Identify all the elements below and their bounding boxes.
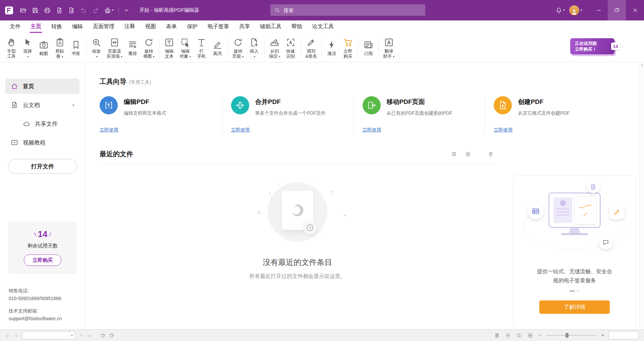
tool-edit-text[interactable]: 编辑 文本 [161, 35, 177, 60]
close-button[interactable] [626, 0, 644, 20]
create-pdf-icon[interactable] [54, 5, 65, 16]
next-page-button[interactable] [76, 331, 85, 339]
tool-typewriter[interactable]: 打 字机 [194, 35, 210, 60]
zoom-level-input[interactable] [609, 333, 638, 338]
tool-edit-object[interactable]: 编辑 对象 [177, 35, 194, 60]
menu-tab-file[interactable]: 文件 [5, 20, 25, 33]
support-email-link[interactable]: support@foxitsoftware.cn [9, 315, 62, 323]
tool-reflow[interactable]: 重排 [125, 37, 141, 58]
tool-buy-now[interactable]: 立即 购买 [340, 35, 356, 60]
chevron-down-icon[interactable] [72, 103, 74, 107]
menu-tab-share[interactable]: 共享 [234, 20, 255, 33]
tool-insert[interactable]: 插入 [246, 35, 262, 60]
tool-select[interactable]: 选择 [19, 35, 36, 60]
trial-period-banner[interactable]: 正在试用期 立即购买！ 14 [570, 38, 614, 54]
account-button[interactable] [567, 3, 584, 17]
tool-page-fit[interactable]: 页面适 应选项 [104, 35, 125, 60]
use-now-link[interactable]: 立即使用 [231, 127, 250, 133]
tool-fill-sign[interactable]: 填写 &签名 [303, 35, 320, 60]
export-pdf-icon[interactable] [66, 5, 77, 16]
menu-tab-convert[interactable]: 转换 [46, 20, 67, 33]
tool-rotate-page[interactable]: 旋转 页面 [230, 35, 246, 60]
carousel-dots[interactable] [523, 290, 626, 292]
menu-tab-comment[interactable]: 注释 [119, 20, 140, 33]
facing-continuous-view-button[interactable] [526, 331, 535, 339]
carousel-dot[interactable] [577, 290, 580, 292]
menu-tab-protect[interactable]: 保护 [182, 20, 203, 33]
print-icon[interactable] [42, 5, 53, 16]
tool-clipboard[interactable]: 剪贴 板 [52, 35, 68, 60]
zoom-out-button[interactable] [537, 332, 544, 339]
use-now-link[interactable]: 立即使用 [363, 127, 381, 133]
facing-view-button[interactable] [515, 331, 524, 339]
foxit-logo-icon[interactable] [4, 5, 14, 15]
search-bar[interactable] [270, 4, 425, 16]
scroll-up-arrow-icon[interactable] [640, 63, 644, 66]
continuous-view-button[interactable] [504, 331, 513, 339]
sign-stamp-icon[interactable] [102, 5, 116, 16]
sidebar-item-video-tutorials[interactable]: 视频教程 [5, 135, 79, 150]
customize-quick-toolbar-icon[interactable] [121, 5, 132, 16]
tool-highlight[interactable]: 高亮 [210, 37, 226, 58]
card-header: 编辑PDF 编辑文档和文本格式 [100, 96, 214, 116]
menu-tab-esign[interactable]: 电子签章 [203, 20, 234, 33]
restore-button[interactable] [608, 0, 626, 20]
grid-view-button[interactable] [463, 149, 473, 159]
snapshot-pages-icon[interactable] [99, 331, 107, 339]
menu-tab-label: 表单 [166, 23, 177, 30]
menu-tab-home[interactable]: 主页 [25, 20, 46, 33]
edit-pdf-icon [100, 96, 118, 114]
zoom-slider-track[interactable] [546, 335, 597, 336]
tool-quick-ocr[interactable]: 快速 识别 [283, 35, 299, 60]
use-now-link[interactable]: 立即使用 [100, 127, 118, 133]
tool-zoom[interactable]: 缩放 [88, 35, 104, 60]
tool-hand[interactable]: 手型 工具 [3, 35, 19, 60]
last-page-button[interactable] [85, 331, 94, 339]
vertical-scrollbar[interactable] [639, 62, 644, 329]
menu-tab-paper-tools[interactable]: 论文工具 [307, 20, 339, 33]
learn-more-button[interactable]: 了解详情 [539, 300, 610, 314]
tool-subscribe[interactable]: 订阅 [360, 37, 376, 58]
tool-activate[interactable]: 激活 [324, 37, 340, 58]
menu-tab-view[interactable]: 视图 [140, 20, 161, 33]
open-file-icon[interactable] [17, 5, 29, 16]
minimize-button[interactable] [590, 0, 608, 20]
save-icon[interactable] [30, 5, 41, 16]
previous-page-button[interactable] [12, 331, 21, 339]
duplicate-pages-icon[interactable] [107, 331, 116, 339]
use-now-link[interactable]: 立即使用 [494, 127, 513, 133]
zoom-slider-thumb[interactable] [566, 333, 569, 338]
tool-bookmark[interactable]: 书签 [68, 37, 84, 58]
tool-snapshot[interactable]: 截图 [36, 37, 52, 58]
menu-tab-form[interactable]: 表单 [161, 20, 182, 33]
tool-rotate-view[interactable]: 旋转 视图 [141, 35, 157, 60]
list-view-button[interactable] [449, 149, 459, 159]
undo-icon[interactable] [78, 5, 89, 16]
menu-tab-accessibility[interactable]: 辅助工具 [255, 20, 286, 33]
sidebar-item-cloud-docs[interactable]: 云文档 [5, 97, 79, 113]
sidebar-item-shared-files[interactable]: 共享文件 [17, 116, 79, 131]
zoom-slider[interactable] [546, 333, 597, 338]
menu-tab-edit[interactable]: 编辑 [67, 20, 88, 33]
tool-label: 缩放 [92, 49, 101, 59]
single-page-view-button[interactable] [493, 331, 501, 339]
sidebar-item-home[interactable]: 首页 [5, 78, 79, 94]
carousel-dot-active[interactable] [570, 290, 575, 292]
open-file-button[interactable]: 打开文件 [8, 159, 77, 174]
tool-translate-assistant[interactable]: 翻译 助手 [381, 35, 397, 60]
chevron-down-icon[interactable] [69, 332, 75, 339]
menu-tab-page-manage[interactable]: 页面管理 [88, 20, 119, 33]
buy-now-button[interactable]: 立即购买 [24, 254, 61, 266]
zoom-level-box[interactable] [608, 331, 639, 339]
menu-tab-help[interactable]: 帮助 [286, 20, 307, 33]
redo-icon[interactable] [90, 5, 101, 16]
notifications-button[interactable] [553, 5, 567, 16]
search-input[interactable] [283, 7, 421, 13]
zoom-in-button[interactable] [599, 332, 606, 339]
ribbon-tools: 手型 工具 选择 截图 [3, 33, 397, 62]
page-number-input[interactable] [22, 333, 69, 338]
first-page-button[interactable] [3, 331, 12, 339]
clear-recent-button[interactable] [486, 149, 495, 159]
page-number-combo[interactable] [22, 331, 75, 339]
tool-from-scanner[interactable]: 从扫 描仪 [267, 35, 283, 60]
